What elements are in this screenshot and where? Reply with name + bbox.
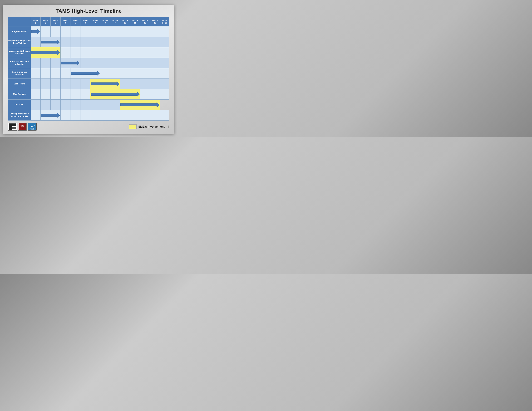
gantt-cell-training-5 [70, 89, 80, 100]
gantt-cell-transition-2 [41, 110, 60, 121]
svg-text:Dept of: Dept of [21, 126, 24, 127]
gantt-cell-assessment-1 [31, 47, 61, 58]
svg-point-19 [22, 129, 23, 129]
task-row-data: Data & Interface validation [8, 68, 169, 79]
gantt-cell-software-4 [60, 58, 80, 68]
gantt-cell-software-6 [80, 58, 90, 68]
gantt-table: Month1 Month2 Month3 Month4 Month5 Month… [8, 17, 169, 121]
task-label-transition: Develop Transition & Communication Plan [8, 110, 31, 121]
arrow-software [61, 60, 80, 65]
gantt-cell-transition-9 [110, 110, 120, 121]
gantt-cell-kickoff-13 [150, 27, 160, 37]
month-header-1: Month1 [31, 17, 41, 27]
gantt-cell-planning-12 [140, 37, 150, 47]
gantt-cell-planning-1 [31, 37, 41, 47]
task-row-software: Software Installation, Validation [8, 58, 169, 68]
gantt-cell-transition-1 [31, 110, 41, 121]
month-header-2: Month2 [41, 17, 51, 27]
gantt-cell-kickoff-4 [60, 27, 70, 37]
gantt-cell-planning-6 [80, 37, 90, 47]
gantt-cell-data-2 [41, 68, 51, 79]
month-header-5: Month5 [70, 17, 80, 27]
gantt-cell-kickoff-3 [50, 27, 60, 37]
task-label-planning: Project Planning & Core Team Training [8, 37, 31, 47]
task-row-planning: Project Planning & Core Team Training [8, 37, 169, 47]
gantt-cell-kickoff-12 [140, 27, 150, 37]
gantt-cell-testing-1 [31, 79, 41, 89]
svg-marker-4 [71, 71, 100, 76]
gantt-cell-transition-13 [150, 110, 160, 121]
gantt-cell-testing-13 [150, 79, 160, 89]
arrow-transition [41, 113, 60, 118]
gantt-cell-planning-7 [90, 37, 100, 47]
gantt-cell-software-11 [130, 58, 140, 68]
legend-section: SME's involvement 2 [129, 124, 169, 129]
gantt-cell-data-1 [31, 68, 41, 79]
gantt-cell-software-1 [31, 58, 41, 68]
gantt-cell-transition-5 [70, 110, 80, 121]
gantt-cell-transition-6 [80, 110, 90, 121]
gantt-cell-planning-5 [70, 37, 80, 47]
task-row-training: User Training [8, 89, 169, 100]
gantt-cell-data-3 [50, 68, 60, 79]
gantt-cell-testing-12 [140, 79, 150, 89]
arrow-planning [41, 39, 60, 45]
svg-marker-8 [41, 113, 60, 118]
gantt-cell-testing-4 [60, 79, 70, 89]
gantt-cell-software-10 [120, 58, 130, 68]
gantt-cell-golive-9 [110, 100, 120, 110]
gantt-cell-testing-10 [120, 79, 130, 89]
footer: Oregon Dept of Agriculture State of Oreg… [8, 123, 169, 131]
svg-text:Quality: Quality [31, 129, 34, 130]
gantt-cell-data-5 [70, 68, 100, 79]
gantt-cell-assessment-11 [130, 47, 140, 58]
gantt-cell-transition-8 [100, 110, 110, 121]
arrow-training [91, 92, 140, 97]
gantt-cell-software-14 [160, 58, 169, 68]
svg-marker-5 [91, 81, 119, 86]
oregon-logo: Oregon Dept of Agriculture [18, 123, 27, 131]
svg-marker-0 [31, 29, 40, 34]
task-row-kickoff: Project Kick-off [8, 27, 169, 37]
task-row-golive: Go -Live [8, 100, 169, 110]
gantt-cell-planning-13 [150, 37, 160, 47]
month-header-10: Month10 [120, 17, 130, 27]
gantt-cell-assessment-8 [100, 47, 110, 58]
gantt-cell-testing-11 [130, 79, 140, 89]
gantt-cell-assessment-14 [160, 47, 169, 58]
gantt-cell-planning-4 [60, 37, 70, 47]
gantt-cell-software-9 [110, 58, 120, 68]
svg-rect-13 [12, 128, 16, 129]
gantt-cell-planning-2 [41, 37, 60, 47]
gantt-cell-transition-14 [160, 110, 169, 121]
gantt-cell-training-7 [90, 89, 140, 100]
legend-label: SME's involvement [138, 125, 165, 129]
arrow-assessment [31, 50, 60, 55]
gantt-cell-data-12 [140, 68, 150, 79]
gantt-cell-data-11 [130, 68, 140, 79]
gantt-cell-kickoff-10 [120, 27, 130, 37]
page-number: 2 [168, 125, 169, 128]
month-header-12: Month12 [140, 17, 150, 27]
task-label-golive: Go -Live [8, 100, 31, 110]
tams-logo [8, 123, 17, 131]
gantt-cell-golive-7 [90, 100, 100, 110]
gantt-cell-data-9 [110, 68, 120, 79]
gantt-cell-kickoff-9 [110, 27, 120, 37]
svg-marker-6 [91, 92, 140, 97]
gantt-cell-training-3 [50, 89, 60, 100]
gantt-cell-kickoff-11 [130, 27, 140, 37]
gantt-cell-assessment-10 [120, 47, 130, 58]
gantt-cell-assessment-6 [80, 47, 90, 58]
arrow-testing [91, 81, 119, 86]
month-header-13: Month13 [150, 17, 160, 27]
svg-text:Oregon: Oregon [20, 125, 24, 126]
gantt-cell-transition-10 [120, 110, 130, 121]
gantt-cell-software-12 [140, 58, 150, 68]
gantt-cell-testing-14 [160, 79, 169, 89]
gantt-cell-assessment-5 [70, 47, 80, 58]
month-header-6: Month6 [80, 17, 90, 27]
month-header-9: Month9 [110, 17, 120, 27]
gantt-cell-kickoff-6 [80, 27, 90, 37]
gantt-cell-planning-10 [120, 37, 130, 47]
